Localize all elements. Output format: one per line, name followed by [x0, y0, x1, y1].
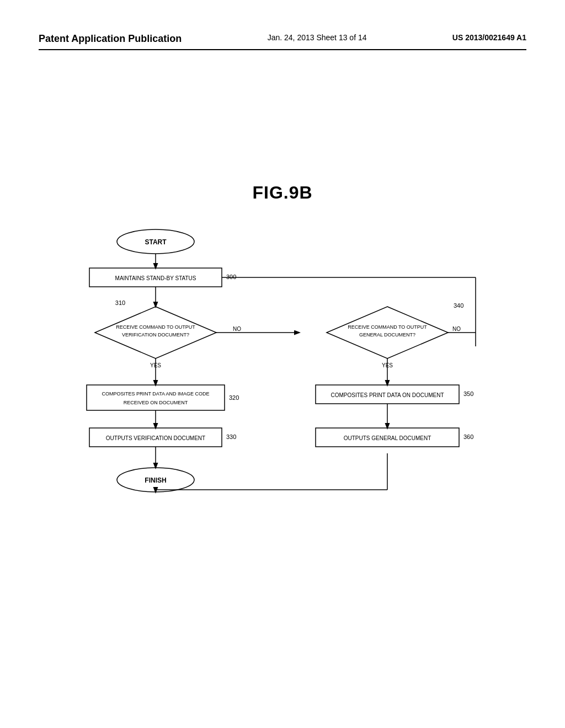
publication-title: Patent Application Publication — [39, 33, 182, 45]
svg-text:FINISH: FINISH — [145, 477, 166, 484]
svg-text:OUTPUTS GENERAL DOCUMENT: OUTPUTS GENERAL DOCUMENT — [344, 435, 431, 441]
svg-text:VERIFICATION DOCUMENT?: VERIFICATION DOCUMENT? — [122, 332, 189, 338]
svg-text:350: 350 — [463, 390, 473, 397]
page-header: Patent Application Publication Jan. 24, … — [39, 33, 526, 50]
flowchart: START MAINTAINS STAND-BY STATUS 300 RECE… — [56, 220, 509, 561]
svg-text:GENERAL DOCUMENT?: GENERAL DOCUMENT? — [359, 332, 415, 338]
page: Patent Application Publication Jan. 24, … — [0, 0, 565, 728]
svg-text:RECEIVED ON DOCUMENT: RECEIVED ON DOCUMENT — [124, 400, 188, 405]
flowchart-svg: START MAINTAINS STAND-BY STATUS 300 RECE… — [56, 220, 509, 561]
svg-text:320: 320 — [229, 394, 239, 401]
svg-text:NO: NO — [233, 326, 241, 332]
svg-text:COMPOSITES PRINT DATA AND IMAG: COMPOSITES PRINT DATA AND IMAGE CODE — [102, 391, 209, 397]
patent-number: US 2013/0021649 A1 — [452, 33, 526, 42]
svg-text:RECEIVE COMMAND TO OUTPUT: RECEIVE COMMAND TO OUTPUT — [116, 324, 195, 330]
svg-text:OUTPUTS VERIFICATION DOCUMENT: OUTPUTS VERIFICATION DOCUMENT — [106, 435, 205, 441]
svg-text:310: 310 — [115, 299, 125, 306]
svg-text:START: START — [145, 238, 167, 246]
svg-text:NO: NO — [452, 326, 461, 332]
svg-text:RECEIVE COMMAND TO OUTPUT: RECEIVE COMMAND TO OUTPUT — [348, 324, 427, 330]
svg-text:300: 300 — [226, 274, 236, 280]
svg-rect-17 — [87, 385, 225, 410]
svg-text:340: 340 — [454, 302, 463, 309]
figure-title: FIG.9B — [39, 183, 526, 203]
svg-text:COMPOSITES PRINT DATA ON DOCUM: COMPOSITES PRINT DATA ON DOCUMENT — [331, 392, 444, 398]
svg-text:330: 330 — [226, 433, 236, 440]
svg-text:MAINTAINS STAND-BY STATUS: MAINTAINS STAND-BY STATUS — [115, 275, 196, 281]
svg-text:360: 360 — [463, 433, 473, 440]
sheet-info: Jan. 24, 2013 Sheet 13 of 14 — [268, 33, 367, 42]
